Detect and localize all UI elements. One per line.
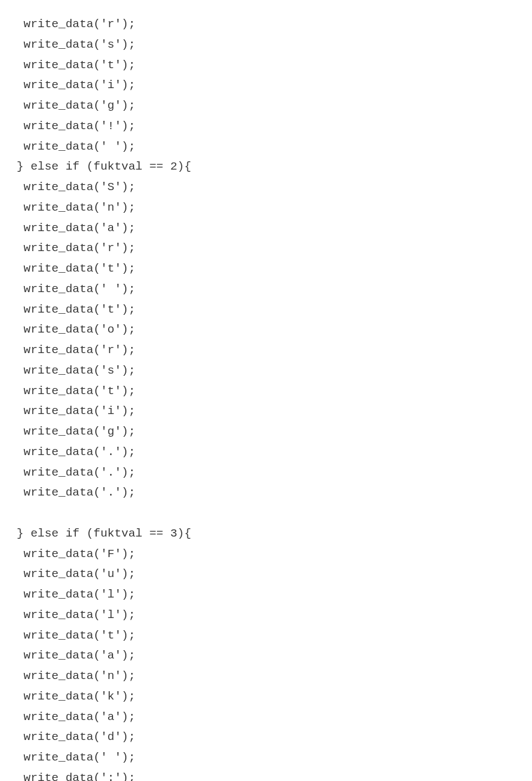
code-line: } else if (fuktval == 3){: [17, 524, 532, 544]
code-line: write_data('l');: [17, 585, 532, 605]
code-line: write_data('a');: [17, 218, 532, 239]
code-line: write_data('t');: [17, 55, 532, 76]
code-line: write_data('.');: [17, 483, 532, 503]
code-line: write_data('t');: [17, 259, 532, 279]
code-line: write_data('t');: [17, 626, 532, 646]
code-line: write_data(' ');: [17, 137, 532, 157]
code-line: write_data('r');: [17, 14, 532, 35]
code-line: write_data('.');: [17, 442, 532, 463]
code-line: write_data('t');: [17, 300, 532, 320]
code-line: write_data('o');: [17, 320, 532, 340]
code-line: write_data('g');: [17, 96, 532, 116]
code-line: write_data('F');: [17, 544, 532, 565]
code-line: write_data(' ');: [17, 748, 532, 768]
code-line: write_data('!');: [17, 116, 532, 137]
code-line: write_data('i');: [17, 401, 532, 422]
code-line: write_data('g');: [17, 422, 532, 442]
code-line: write_data('a');: [17, 646, 532, 666]
code-line: write_data(' ');: [17, 279, 532, 300]
code-line: write_data('k');: [17, 687, 532, 707]
code-line: write_data('n');: [17, 666, 532, 687]
code-line: write_data('S');: [17, 177, 532, 198]
code-line: write_data('s');: [17, 35, 532, 55]
code-line: write_data('a');: [17, 707, 532, 728]
code-line: write_data('d');: [17, 727, 532, 748]
code-line: write_data('r');: [17, 340, 532, 361]
code-block: write_data('r'); write_data('s'); write_…: [17, 14, 532, 781]
code-line: write_data('t');: [17, 381, 532, 402]
code-line: write_data('.');: [17, 463, 532, 483]
code-line: } else if (fuktval == 2){: [17, 157, 532, 177]
code-line: write_data('n');: [17, 198, 532, 218]
code-line: [17, 503, 532, 524]
code-line: write_data('u');: [17, 564, 532, 585]
code-line: write_data('r');: [17, 238, 532, 259]
code-line: write_data(':');: [17, 768, 532, 781]
code-line: write_data('s');: [17, 361, 532, 381]
code-line: write_data('i');: [17, 75, 532, 96]
code-line: write_data('l');: [17, 605, 532, 626]
